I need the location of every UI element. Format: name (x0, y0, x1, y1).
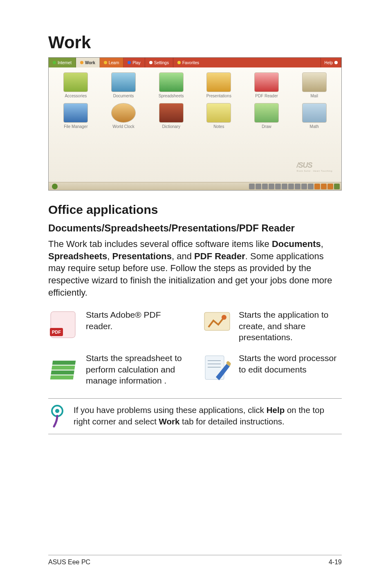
start-button-icon (52, 184, 58, 189)
app-spreadsheets: Spreadsheets (151, 72, 191, 98)
svg-rect-2 (204, 312, 230, 330)
note-text: If you have problems using these applica… (74, 404, 342, 427)
tray-arrow-icon (334, 184, 340, 189)
tray-icon (314, 184, 320, 189)
app-accessories: Accessories (56, 72, 96, 98)
tray-icon (256, 184, 261, 189)
tab-internet: Internet (49, 58, 76, 67)
text: The Work tab includes several office sof… (48, 239, 272, 249)
tab-settings: Settings (145, 58, 173, 67)
logo-text: /SUS (297, 161, 312, 169)
tab-learn: Learn (100, 58, 124, 67)
label: Math (310, 124, 319, 129)
tray-icon (249, 184, 255, 189)
app-dictionary: Dictionary (151, 103, 191, 129)
text: tab for detailed instructions. (179, 417, 284, 426)
svg-rect-6 (51, 370, 74, 375)
icon-row-1: Accessories Documents Spreadsheets Prese… (56, 72, 334, 98)
asus-logo: /SUS Rock Solid · Heart Touching (297, 161, 332, 172)
desc-pdf-reader: PDF Starts Adobe® PDF reader. (48, 309, 189, 343)
bold-presentations: Presentations (112, 251, 172, 261)
tray-icon (288, 184, 294, 189)
desc-text: Starts Adobe® PDF reader. (86, 309, 189, 332)
tab-play-label: Play (132, 61, 140, 65)
desc-text: Starts the application to create, and sh… (239, 309, 342, 343)
bold-work: Work (159, 417, 180, 426)
label: World Clock (112, 124, 134, 129)
footer-page-number: 4-19 (329, 559, 342, 566)
tray-icon (275, 184, 281, 189)
desc-spreadsheet: Starts the spreadsheet to perform calcul… (48, 352, 189, 386)
section-heading: Office applications (48, 203, 342, 217)
tray-icon (282, 184, 287, 189)
svg-rect-4 (52, 361, 76, 365)
intro-paragraph: The Work tab includes several office sof… (48, 238, 342, 298)
tab-work: Work (76, 58, 100, 67)
pdf-reader-icon: PDF (48, 309, 80, 341)
bold-help: Help (267, 405, 285, 415)
taskbar (49, 182, 341, 190)
tab-help-label: Help (324, 61, 333, 65)
app-pdf-reader: PDF Reader (247, 72, 287, 98)
bold-pdf-reader: PDF Reader (194, 251, 245, 261)
text: If you have problems using these applica… (74, 405, 267, 415)
app-presentations: Presentations (199, 72, 239, 98)
app-documents: Documents (104, 72, 143, 98)
icon-area: Accessories Documents Spreadsheets Prese… (49, 67, 341, 182)
text: , (321, 239, 323, 249)
desc-text: Starts the word processor to edit docume… (239, 352, 342, 375)
page-title: Work (48, 33, 342, 52)
text: , and (172, 251, 194, 261)
tab-work-label: Work (85, 61, 95, 65)
work-tab-screenshot: Internet Work Learn Play Settings Favori… (48, 57, 342, 191)
label: Dictionary (162, 124, 180, 129)
icon-row-2: File Manager World Clock Dictionary Note… (56, 103, 334, 129)
footer-left: ASUS Eee PC (48, 559, 90, 566)
label: Presentations (206, 94, 231, 98)
logo-subtext: Rock Solid · Heart Touching (297, 170, 332, 172)
app-notes: Notes (199, 103, 239, 129)
label: File Manager (64, 124, 87, 129)
tray-icon (295, 184, 300, 189)
page-footer: ASUS Eee PC 4-19 (48, 555, 342, 566)
tray-icon (269, 184, 274, 189)
tab-settings-label: Settings (154, 61, 169, 65)
app-math: Math (294, 103, 334, 129)
label: Spreadsheets (159, 94, 184, 98)
tab-help: Help (321, 58, 341, 67)
tray-icon (321, 184, 327, 189)
desc-presentations: Starts the application to create, and sh… (201, 309, 342, 343)
svg-text:PDF: PDF (52, 330, 61, 334)
documents-icon (201, 352, 233, 384)
tab-favorites: Favorites (173, 58, 321, 67)
app-mail: Mail (294, 72, 334, 98)
label: PDF Reader (255, 94, 278, 98)
tab-learn-label: Learn (109, 61, 119, 65)
label: Accessories (65, 94, 87, 98)
desc-documents: Starts the word processor to edit docume… (201, 352, 342, 386)
desc-text: Starts the spreadsheet to perform calcul… (86, 352, 189, 386)
tab-internet-label: Internet (58, 61, 72, 65)
svg-point-3 (222, 315, 226, 320)
presentations-icon (201, 309, 233, 341)
tray-icon (262, 184, 268, 189)
tab-favorites-label: Favorites (182, 61, 199, 65)
app-draw: Draw (247, 103, 287, 129)
note-block: If you have problems using these applica… (48, 398, 342, 434)
text: , (107, 251, 112, 261)
tray-icon (308, 184, 314, 189)
sub-heading: Documents/Spreadsheets/Presentations/PDF… (48, 222, 342, 234)
label: Documents (113, 94, 134, 98)
app-descriptions-grid: PDF Starts Adobe® PDF reader. Starts the… (48, 309, 342, 386)
bold-documents: Documents (272, 239, 321, 249)
app-world-clock: World Clock (104, 103, 143, 129)
bold-spreadsheets: Spreadsheets (48, 251, 107, 261)
label: Draw (262, 124, 271, 129)
label: Notes (213, 124, 224, 129)
tray-icon (327, 184, 333, 189)
svg-rect-7 (50, 375, 74, 379)
app-file-manager: File Manager (56, 103, 96, 129)
tab-play: Play (123, 58, 145, 67)
tab-bar: Internet Work Learn Play Settings Favori… (49, 58, 341, 67)
svg-point-13 (55, 409, 59, 413)
